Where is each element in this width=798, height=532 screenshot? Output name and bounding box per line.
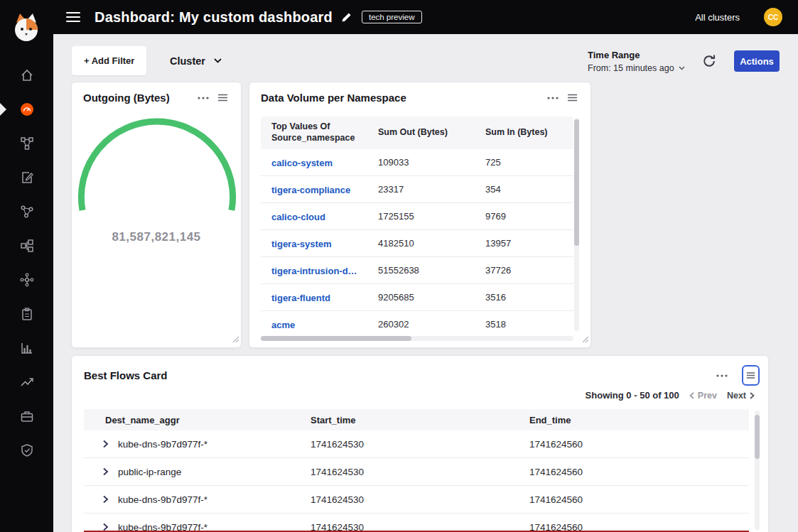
sum-in-value: 9769: [475, 211, 573, 222]
avatar[interactable]: CC: [764, 8, 782, 26]
chevron-down-icon: [679, 66, 685, 70]
cluster-dropdown-label: Cluster: [170, 55, 205, 67]
best-flows-card: Best Flows Card Showing 0 - 50 of 100 Pr…: [71, 355, 769, 532]
data-volume-card: Data Volume per Namespace Top Values Of …: [249, 82, 591, 348]
drag-handle-icon[interactable]: [213, 92, 232, 104]
screen: Dashboard: My custom dashboard tech prev…: [0, 0, 798, 532]
dest-name: public-ip-range: [118, 467, 181, 477]
table-header-row: Dest_name_aggr Start_time End_time: [84, 409, 749, 430]
vertical-scrollbar[interactable]: [574, 118, 579, 331]
table-row: kube-dns-9b7d977f-* 1741624530 174162456…: [84, 486, 749, 514]
calico-cat-logo[interactable]: [11, 11, 42, 45]
namespace-table: Top Values Of Source_namespace Sum Out (…: [261, 116, 573, 338]
table-row: tigera-fluentd 9205685 3516: [261, 284, 573, 311]
gauge-chart: 81,587,821,145: [72, 112, 241, 244]
bar-chart-icon[interactable]: [20, 341, 34, 355]
start-time: 1741624530: [311, 439, 529, 450]
expand-row-icon[interactable]: [102, 495, 109, 504]
topology-icon[interactable]: [20, 239, 34, 253]
card-menu-icon[interactable]: [193, 94, 213, 102]
namespace-link[interactable]: calico-cloud: [271, 212, 325, 222]
apps-icon[interactable]: [20, 409, 34, 423]
namespace-link[interactable]: calico-system: [271, 158, 333, 168]
expand-row-icon[interactable]: [102, 440, 109, 448]
main-content: + Add Filter Cluster Time Range From: 15…: [53, 34, 798, 532]
sum-out-value: 51552638: [367, 265, 475, 276]
prev-label: Prev: [698, 391, 717, 401]
drag-handle-focused[interactable]: [742, 365, 760, 386]
sum-in-value: 37726: [475, 265, 573, 276]
menu-icon[interactable]: [66, 12, 80, 22]
table-row: acme 260302 3518: [261, 311, 573, 338]
namespace-link[interactable]: tigera-system: [271, 239, 332, 249]
sum-in-value: 13957: [475, 238, 573, 249]
outgoing-bytes-card: Outgoing (Bytes) 81,587,821,145: [71, 82, 242, 348]
chevron-right-icon: [750, 392, 755, 399]
vertical-scrollbar[interactable]: [755, 411, 760, 530]
compliance-icon[interactable]: [20, 307, 34, 321]
namespace-link[interactable]: tigera-compliance: [271, 185, 350, 195]
sum-in-value: 725: [475, 157, 573, 168]
column-header: Dest_name_aggr: [84, 415, 311, 425]
refresh-icon[interactable]: [701, 53, 717, 69]
sidebar-nav: [0, 68, 53, 457]
home-icon[interactable]: [20, 68, 34, 82]
table-row: tigera-intrusion-d… 51552638 37726: [261, 257, 573, 284]
table-row: kube-dns-9b7d977f-* 1741624530 174162456…: [84, 430, 749, 458]
column-header: End_time: [529, 415, 749, 425]
sum-in-value: 354: [475, 184, 573, 195]
sum-out-value: 9205685: [367, 292, 475, 303]
time-range-value: From: 15 minutes ago: [588, 63, 674, 73]
resize-handle-icon[interactable]: [232, 332, 239, 345]
namespace-link[interactable]: tigera-intrusion-d…: [271, 266, 357, 276]
trend-icon[interactable]: [20, 375, 34, 389]
horizontal-scrollbar[interactable]: [261, 336, 573, 341]
workloads-icon[interactable]: [20, 273, 34, 287]
pagination-status: Showing 0 - 50 of 100: [586, 390, 679, 401]
time-range-group: Time Range From: 15 minutes ago: [588, 50, 685, 73]
namespace-link[interactable]: acme: [271, 320, 295, 330]
dest-name: kube-dns-9b7d977f-*: [118, 494, 207, 505]
dashboards-icon[interactable]: [20, 102, 34, 116]
dest-name: kube-dns-9b7d977f-*: [118, 439, 207, 450]
sum-in-value: 3518: [475, 319, 573, 330]
sum-out-value: 4182510: [367, 238, 475, 249]
column-header: Top Values Of Source_namespace: [261, 121, 367, 143]
next-page-button[interactable]: Next: [727, 391, 755, 401]
pagination: Showing 0 - 50 of 100 Prev Next: [586, 390, 755, 401]
time-range-dropdown[interactable]: From: 15 minutes ago: [588, 63, 685, 73]
namespace-link[interactable]: tigera-fluentd: [271, 293, 330, 303]
resize-handle-icon[interactable]: [582, 332, 588, 345]
sum-in-value: 3516: [475, 292, 573, 303]
drag-handle-icon: [746, 371, 755, 379]
prev-page-button[interactable]: Prev: [689, 391, 717, 401]
start-time: 1741624530: [311, 467, 529, 477]
shield-icon[interactable]: [20, 443, 34, 457]
drag-handle-icon[interactable]: [563, 92, 582, 104]
chevron-down-icon: [214, 58, 222, 63]
card-menu-icon[interactable]: [712, 372, 732, 379]
policies-icon[interactable]: [20, 170, 34, 185]
actions-button[interactable]: Actions: [734, 50, 780, 72]
table-row: public-ip-range 1741624530 1741624560: [84, 458, 749, 486]
card-title: Outgoing (Bytes): [83, 92, 193, 104]
start-time: 1741624530: [311, 494, 529, 505]
sum-out-value: 1725155: [367, 211, 475, 222]
next-label: Next: [727, 391, 746, 401]
endpoints-icon[interactable]: [20, 205, 34, 219]
all-clusters-dropdown[interactable]: All clusters: [695, 12, 740, 23]
page-title: Dashboard: My custom dashboard: [95, 9, 333, 26]
service-graph-icon[interactable]: [20, 136, 34, 151]
edit-icon[interactable]: [341, 12, 352, 23]
card-title: Data Volume per Namespace: [261, 92, 543, 104]
chevron-left-icon: [689, 392, 694, 399]
expand-row-icon[interactable]: [102, 467, 109, 476]
card-menu-icon[interactable]: [543, 94, 563, 102]
table-row: tigera-compliance 23317 354: [261, 176, 573, 203]
flows-table: Dest_name_aggr Start_time End_time kube-…: [84, 409, 749, 532]
column-header: Sum In (Bytes): [475, 127, 573, 139]
time-range-label: Time Range: [588, 50, 685, 60]
cluster-dropdown[interactable]: Cluster: [160, 46, 232, 75]
add-filter-button[interactable]: + Add Filter: [72, 46, 146, 75]
card-title: Best Flows Card: [84, 369, 712, 381]
